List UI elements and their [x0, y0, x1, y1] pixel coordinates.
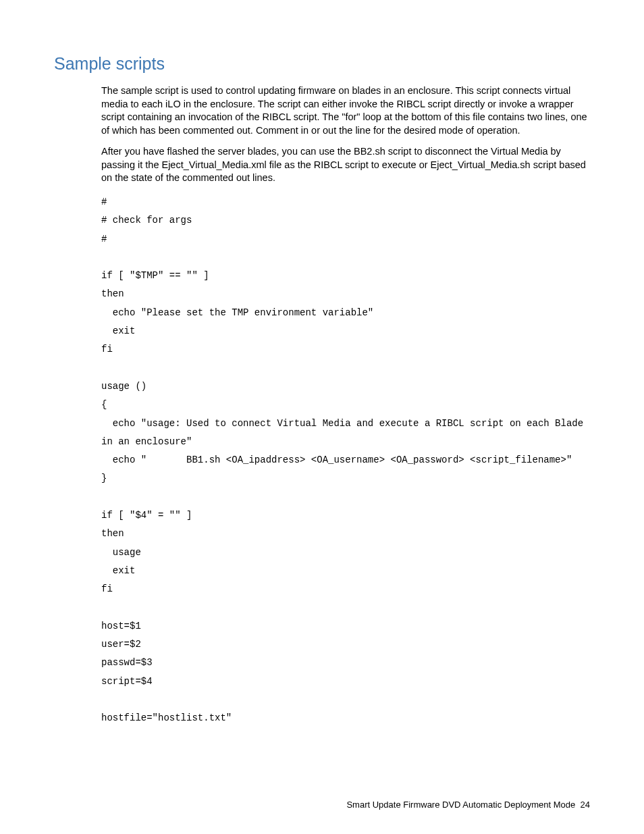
paragraph-1: The sample script is used to control upd… — [101, 84, 590, 137]
paragraph-2: After you have flashed the server blades… — [101, 145, 590, 185]
code-block: # # check for args # if [ "$TMP" == "" ]… — [101, 193, 590, 728]
body-content: The sample script is used to control upd… — [101, 84, 590, 728]
page-footer: Smart Update Firmware DVD Automatic Depl… — [346, 800, 590, 810]
section-heading: Sample scripts — [54, 54, 590, 74]
footer-page-number: 24 — [581, 800, 590, 810]
footer-text: Smart Update Firmware DVD Automatic Depl… — [346, 800, 575, 810]
document-page: Sample scripts The sample script is used… — [0, 0, 644, 834]
